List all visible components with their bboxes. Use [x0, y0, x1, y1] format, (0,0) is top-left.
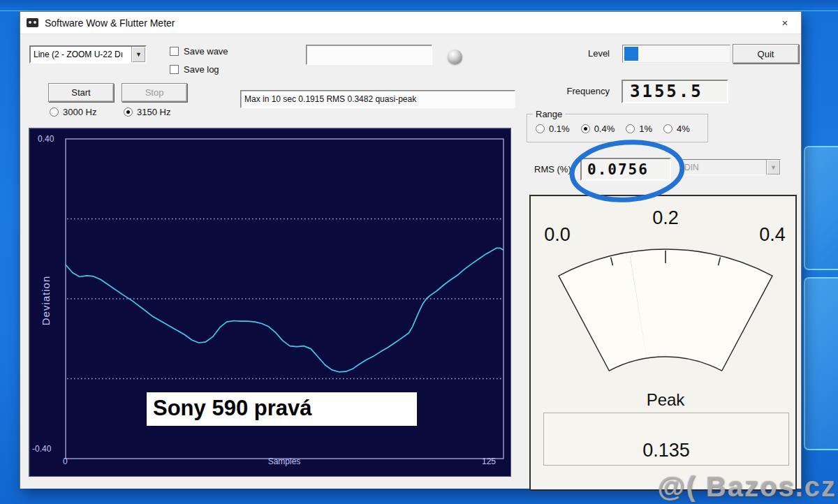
save-wave-box[interactable] [170, 47, 179, 56]
range-radio-label: 1% [639, 124, 652, 134]
range-radio-circle[interactable] [536, 124, 545, 133]
wallpaper-pane-top [804, 146, 838, 270]
x-axis-start-label: 0 [63, 457, 68, 466]
save-wave-label: Save wave [184, 46, 228, 57]
range-radio-circle[interactable] [626, 124, 635, 133]
input-device-value: Line (2 - ZOOM U-22 Dı [31, 50, 131, 59]
peak-label: Peak [613, 390, 718, 410]
wallpaper-pane-bottom [804, 277, 838, 450]
weighting-combo[interactable]: DIN ▼ [681, 159, 781, 175]
frequency-label: Frequency [551, 86, 610, 96]
range-options: 0.1%0.4%1%4% [536, 124, 690, 134]
radio-3150hz[interactable]: 3150 Hz [124, 107, 170, 117]
range-radio-0.1[interactable]: 0.1% [536, 124, 570, 134]
level-progress-chunk [624, 47, 638, 61]
record-indicator-ball [448, 50, 462, 64]
peak-value-box: 0.135 [543, 413, 789, 466]
rms-label: RMS (%) [534, 164, 578, 175]
radio-3150hz-label: 3150 Hz [137, 107, 170, 117]
range-radio-4[interactable]: 4% [663, 124, 690, 134]
peak-value: 0.135 [544, 440, 788, 461]
x-axis-end-label: 125 [482, 457, 496, 466]
range-radio-1[interactable]: 1% [626, 124, 652, 134]
quit-button[interactable]: Quit [733, 44, 799, 64]
range-radio-label: 0.1% [549, 124, 570, 134]
weighting-dropdown-icon: ▼ [766, 160, 780, 175]
rms-readout: 0.0756 [580, 158, 671, 181]
range-radio-label: 0.4% [594, 124, 615, 134]
save-log-label: Save log [184, 64, 219, 75]
range-groupbox: Range 0.1%0.4%1%4% [527, 114, 708, 142]
radio-3000hz[interactable]: 3000 Hz [50, 107, 96, 117]
start-button[interactable]: Start [48, 83, 114, 102]
chart-annotation-label: Sony 590 pravá [147, 392, 417, 426]
deviation-chart-panel: 0.40 -0.40 Deviation 0 Samples 125 Sony … [29, 128, 511, 477]
range-radio-0.4[interactable]: 0.4% [581, 124, 615, 134]
range-caption: Range [533, 109, 565, 119]
range-radio-label: 4% [677, 124, 690, 134]
weighting-value: DIN [682, 163, 766, 172]
radio-3150hz-circle[interactable] [124, 108, 133, 117]
wave-filename-input[interactable] [306, 45, 432, 65]
x-axis-title: Samples [253, 457, 316, 466]
save-log-checkbox[interactable]: Save log [170, 64, 219, 75]
save-wave-checkbox[interactable]: Save wave [170, 46, 228, 57]
title-bar[interactable]: Software Wow & Flutter Meter × [20, 12, 801, 34]
client-area: Line (2 - ZOOM U-22 Dı ▼ Save wave Save … [20, 34, 801, 489]
close-button[interactable]: × [769, 12, 801, 34]
radio-3000hz-circle[interactable] [50, 108, 59, 117]
app-window: Software Wow & Flutter Meter × Line (2 -… [20, 11, 802, 489]
analog-meter-panel: 0.0 0.2 0.4 Peak 0.135 [529, 195, 797, 491]
app-icon [27, 18, 38, 27]
range-radio-circle[interactable] [581, 124, 590, 133]
status-readout: Max in 10 sec 0.1915 RMS 0.3482 quasi-pe… [240, 90, 515, 108]
level-label: Level [565, 48, 610, 59]
frequency-readout: 3155.5 [622, 80, 728, 103]
save-log-box[interactable] [170, 65, 179, 74]
radio-3000hz-label: 3000 Hz [63, 107, 96, 117]
combo-dropdown-icon[interactable]: ▼ [131, 47, 145, 62]
range-radio-circle[interactable] [663, 124, 672, 133]
input-device-combo[interactable]: Line (2 - ZOOM U-22 Dı ▼ [29, 45, 147, 64]
window-title: Software Wow & Flutter Meter [45, 17, 175, 29]
stop-button[interactable]: Stop [122, 83, 187, 102]
level-progress-bar [622, 45, 730, 63]
